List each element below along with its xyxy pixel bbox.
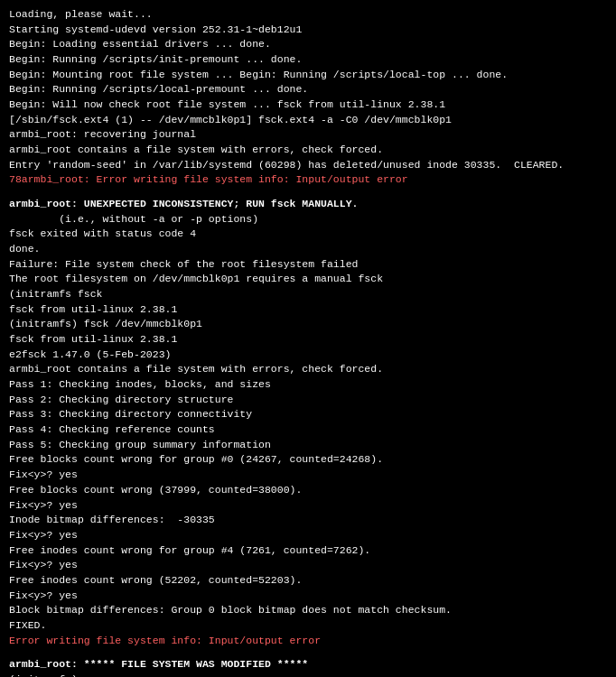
terminal-line: Free blocks count wrong (37999, counted=… <box>9 483 607 498</box>
terminal-line: (initramfs) fsck /dev/mmcblk0p1 <box>9 317 607 332</box>
terminal-line: Fix<y>? yes <box>9 558 607 573</box>
terminal-screen: Loading, please wait...Starting systemd-… <box>0 0 616 677</box>
terminal-line: Pass 5: Checking group summary informati… <box>9 438 607 453</box>
terminal-line: (i.e., without -a or -p options) <box>9 212 607 227</box>
terminal-line: Fix<y>? yes <box>9 589 607 604</box>
terminal-line: Begin: Running /scripts/local-premount .… <box>9 82 607 97</box>
terminal-line: Inode bitmap differences: -30335 <box>9 513 607 528</box>
terminal-line: 78armbi_root: Error writing file system … <box>9 172 607 188</box>
terminal-line: Loading, please wait... <box>9 7 607 23</box>
terminal-line: Free inodes count wrong (52202, counted=… <box>9 573 607 589</box>
terminal-line: Failure: File system check of the root f… <box>9 257 607 273</box>
terminal-line: (initramfs) <box>9 672 607 677</box>
terminal-line: Pass 2: Checking directory structure <box>9 393 607 408</box>
terminal-line: fsck from util-linux 2.38.1 <box>9 332 607 348</box>
terminal-line: [/sbin/fsck.ext4 (1) -- /dev/mmcblk0p1] … <box>9 113 607 128</box>
terminal-line: Pass 3: Checking directory connectivity <box>9 407 607 422</box>
terminal-line: Fix<y>? yes <box>9 498 607 514</box>
terminal-line: Entry 'random-seed' in /var/lib/systemd … <box>9 158 607 173</box>
terminal-line: Pass 4: Checking reference counts <box>9 422 607 438</box>
terminal-line: The root filesystem on /dev/mmcblk0p1 re… <box>9 272 607 287</box>
terminal-line: FIXED. <box>9 618 607 634</box>
terminal-line: Pass 1: Checking inodes, blocks, and siz… <box>9 377 607 393</box>
terminal-line: e2fsck 1.47.0 (5-Feb-2023) <box>9 348 607 363</box>
terminal-line: fsck exited with status code 4 <box>9 227 607 242</box>
terminal-line: done. <box>9 242 607 257</box>
terminal-line: Free blocks count wrong for group #0 (24… <box>9 452 607 468</box>
terminal-line: armbi_root contains a file system with e… <box>9 143 607 158</box>
terminal-line: armbi_root: recovering journal <box>9 127 607 143</box>
terminal-line: Begin: Mounting root file system ... Beg… <box>9 68 607 83</box>
terminal-line <box>9 188 607 197</box>
terminal-line: Free inodes count wrong for group #4 (72… <box>9 543 607 559</box>
terminal-line: Error writing file system info: Input/ou… <box>9 634 607 649</box>
terminal-line: armbi_root: UNEXPECTED INCONSISTENCY; RU… <box>9 197 607 212</box>
terminal-line: Begin: Running /scripts/init-premount ..… <box>9 52 607 68</box>
terminal-line <box>9 648 607 657</box>
terminal-line: Begin: Will now check root file system .… <box>9 97 607 113</box>
terminal-line: (initramfs fsck <box>9 287 607 302</box>
terminal-line: armbi_root contains a file system with e… <box>9 362 607 377</box>
terminal-line: Fix<y>? yes <box>9 528 607 543</box>
terminal-line: armbi_root: ***** FILE SYSTEM WAS MODIFI… <box>9 657 607 672</box>
terminal-line: Starting systemd-udevd version 252.31-1~… <box>9 23 607 38</box>
terminal-line: fsck from util-linux 2.38.1 <box>9 302 607 318</box>
terminal-line: Begin: Loading essential drivers ... don… <box>9 37 607 52</box>
terminal-line: Fix<y>? yes <box>9 468 607 483</box>
terminal-line: Block bitmap differences: Group 0 block … <box>9 603 607 618</box>
